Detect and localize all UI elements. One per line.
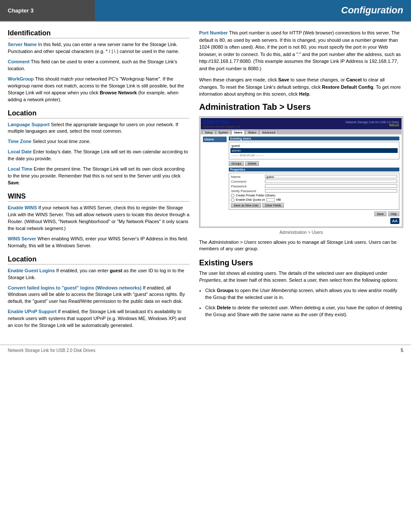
chapter-label: Chapter 3 [0,0,95,21]
param-convert-logins-label: Convert failed logins to "guest" logins … [8,285,141,290]
port-number-text: This port number is used for HTTP (Web b… [199,30,401,71]
prop-private-folder: Create Private Folder (Share) [231,194,397,197]
prop-password-label: Password: [231,184,263,188]
existing-users-title: Existing Users [199,258,403,268]
device-model: NSLU2 [346,124,399,127]
param-workgroup-text: This should match your networked PC's "W… [8,76,184,102]
param-localtime-label: Local Time [8,166,32,171]
wins-title: WINS [8,193,190,202]
param-comment-label: Comment [8,59,30,64]
param-timezone-text: Select your local time zone. [33,139,91,144]
device-screenshot: LINKSYS® A Division of Cisco Systems, In… [199,116,403,228]
param-workgroup-label: WorkGroup [8,76,34,81]
identification-title: Identification [8,29,190,38]
right-column: Port Number This port number is used for… [199,29,403,333]
page-title: Configuration [95,0,411,21]
clear-fields-button[interactable]: Clear Fields [262,203,283,208]
param-server-name-label: Server Name [8,42,37,47]
param-localdate: Local Date Enter today's date. The Stora… [8,149,190,162]
prop-verify-input[interactable] [265,189,397,193]
port-number-block: Port Number This port number is used for… [199,29,403,72]
prop-disk-quota: Enable Disk Quota on MB [231,198,397,202]
device-help-button[interactable]: Help [388,212,399,216]
device-tab-setup[interactable]: Setup [202,130,215,134]
location2-title: Location [8,255,190,264]
save-new-user-button[interactable]: Save as New User [231,203,261,208]
admin-users-desc: The Administration > Users screen allows… [199,239,403,253]
prop-verify-row: Verify Password: [231,189,397,193]
left-column: Identification Server Name In this field… [8,29,190,333]
prop-private-folder-checkbox[interactable] [231,194,234,197]
param-enable-wins-label: Enable WINS [8,205,37,210]
port-number-label: Port Number [199,30,228,35]
param-language-label: Language Support [8,122,50,127]
prop-comment-row: Comment: [231,180,397,184]
device-user-admin[interactable]: admin [230,148,398,153]
device-content: Users Existing Users guest admin -------… [201,134,402,226]
param-enable-wins: Enable WINS If your network has a WINS S… [8,205,190,232]
prop-comment-label: Comment: [231,180,263,184]
prop-name-row: Name: guest [231,175,397,179]
param-language: Language Support Select the appropriate … [8,121,190,135]
prop-name-label: Name: [231,175,263,179]
device-groups-button[interactable]: Groups [229,161,244,166]
device-save-button[interactable]: Save [374,212,386,216]
param-localdate-label: Local Date [8,149,32,154]
device-tab-advanced[interactable]: Advanced [259,130,278,134]
param-timezone: Time Zone Select your local time zone. [8,138,190,145]
device-user-guest[interactable]: guest [230,143,398,148]
device-tab-system[interactable]: System [216,130,231,134]
prop-disk-quota-checkbox[interactable] [231,198,234,202]
device-tab-users[interactable]: Users [231,130,245,134]
prop-disk-quota-unit: MB [276,198,281,201]
param-localtime: Local Time Enter the present time. The S… [8,166,190,187]
title-text: Configuration [341,5,403,16]
linksys-logo: LINKSYS® [203,119,241,125]
device-users-list: guest admin -------- End of List -------… [229,142,399,159]
device-action-buttons: Groups Delete [229,161,399,166]
device-delete-button[interactable]: Delete [245,161,259,166]
existing-users-bullets: Click Groups to open the User Membership… [205,287,403,318]
param-wins-server-label: WINS Server [8,236,36,241]
chapter-text: Chapter 3 [8,7,34,14]
param-guest-logins-label: Enable Guest Logins [8,268,55,273]
footer-page-number: 5 [401,348,403,353]
prop-bottom-buttons: Save as New User Clear Fields [231,203,397,208]
prop-disk-quota-label: Enable Disk Quota on [236,198,265,201]
param-timezone-label: Time Zone [8,139,31,144]
device-product-name: Network Storage Link for USB 2.0 Disks [346,121,399,124]
bullet-delete-text: Click Delete to delete the selected user… [205,305,402,317]
prop-password-row: Password: [231,184,397,188]
device-top-info: Network Storage Link for USB 2.0 Disks N… [346,121,399,127]
bullet-groups-text: Click Groups to open the User Membership… [205,288,397,300]
device-sidebar-title: Users [203,137,227,142]
existing-users-desc: The user list shows all existing users. … [199,270,403,284]
param-comment: Comment This field can be used to enter … [8,59,190,72]
location1-title: Location [8,109,190,118]
device-properties-label: Properties [229,168,399,171]
param-wins-server: WINS Server When enabling WINS, enter yo… [8,236,190,249]
prop-password-input[interactable] [265,184,397,188]
screenshot-caption: Administration > Users [199,230,403,235]
device-main-panel: Existing Users guest admin -------- End … [229,137,399,224]
footer-product-name: Network Storage Link for USB 2.0 Disk Dr… [8,348,95,353]
device-save-row: Save Help [229,212,399,216]
when-changes-content: When these changes are made, click Save … [199,77,401,96]
prop-disk-quota-input[interactable] [266,198,275,202]
param-guest-logins: Enable Guest Logins If enabled, you can … [8,268,190,281]
device-user-end: -------- End of List -------- [230,153,398,157]
device-tab-status[interactable]: Status [245,130,259,134]
param-workgroup: WorkGroup This should match your network… [8,76,190,103]
prop-comment-input[interactable] [265,180,397,183]
device-existing-users-label: Existing Users [229,137,399,140]
prop-name-input[interactable]: guest [265,175,397,178]
prop-verify-label: Verify Password: [231,189,263,193]
linksys-sub: A Division of Cisco Systems, Inc. [203,125,241,128]
admin-users-desc-text: The Administration > Users screen allows… [199,240,396,252]
page-header: Chapter 3 Configuration [0,0,411,22]
device-aa-icon: AA [390,218,399,224]
bullet-delete: Click Delete to delete the selected user… [205,305,403,318]
bullet-groups: Click Groups to open the User Membership… [205,287,403,301]
device-logo-area: LINKSYS® A Division of Cisco Systems, In… [203,119,241,128]
param-localdate-text: Enter today's date. The Storage Link wil… [8,149,188,161]
